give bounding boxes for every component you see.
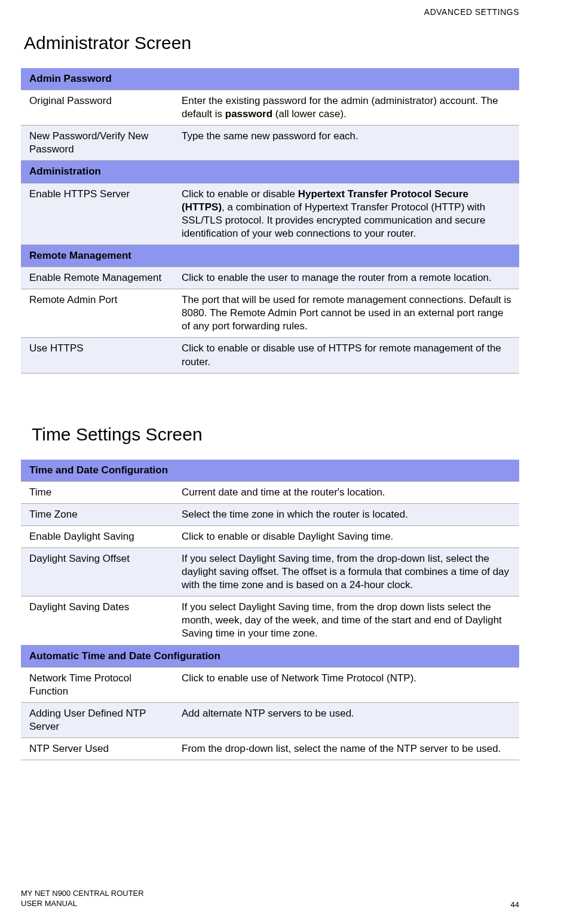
footer-product: MY NET N900 CENTRAL ROUTER [21, 889, 144, 899]
row-label: Use HTTPS [21, 338, 173, 373]
page-number: 44 [511, 900, 519, 909]
section-administration: Administration [21, 161, 519, 183]
text: , a combination of Hypertext Transfer Pr… [182, 201, 485, 239]
row-label: Original Password [21, 90, 173, 126]
row-label: Adding User Defined NTP Server [21, 702, 173, 738]
page-header-label: ADVANCED SETTINGS [424, 7, 519, 17]
section-time-date-config: Time and Date Configuration [21, 460, 519, 482]
table-row: Enable HTTPS Server Click to enable or d… [21, 183, 519, 244]
page-content: Administrator Screen Admin Password Orig… [0, 0, 561, 760]
section-label: Automatic Time and Date Configuration [21, 645, 519, 667]
table-row: Daylight Saving Dates If you select Dayl… [21, 596, 519, 645]
table-row: New Password/Verify New Password Type th… [21, 126, 519, 161]
row-label: Daylight Saving Offset [21, 547, 173, 596]
table-row: Remote Admin Port The port that will be … [21, 289, 519, 338]
row-label: Network Time Protocol Function [21, 667, 173, 702]
row-label: Daylight Saving Dates [21, 596, 173, 645]
section-label: Remote Management [21, 244, 519, 267]
table-row: NTP Server Used From the drop-down list,… [21, 738, 519, 760]
table-row: Use HTTPS Click to enable or disable use… [21, 338, 519, 373]
heading-time-settings: Time Settings Screen [32, 424, 519, 445]
row-desc: If you select Daylight Saving time, from… [173, 596, 519, 645]
footer-left: MY NET N900 CENTRAL ROUTER USER MANUAL [21, 889, 144, 909]
row-label: Time Zone [21, 503, 173, 525]
table-row: Enable Daylight Saving Click to enable o… [21, 525, 519, 547]
section-remote-management: Remote Management [21, 244, 519, 267]
row-label: Enable Daylight Saving [21, 525, 173, 547]
text: (all lower case). [272, 108, 347, 120]
text: Click to enable or disable [182, 188, 298, 200]
section-admin-password: Admin Password [21, 68, 519, 90]
row-label: New Password/Verify New Password [21, 126, 173, 161]
row-label: Time [21, 481, 173, 503]
row-label: Remote Admin Port [21, 289, 173, 338]
row-desc: Enter the existing password for the admi… [173, 90, 519, 126]
time-table: Time and Date Configuration Time Current… [21, 460, 519, 761]
row-desc: Select the time zone in which the router… [173, 503, 519, 525]
row-label: NTP Server Used [21, 738, 173, 760]
section-auto-time-date: Automatic Time and Date Configuration [21, 645, 519, 667]
section-label: Time and Date Configuration [21, 460, 519, 482]
table-row: Time Current date and time at the router… [21, 481, 519, 503]
row-desc: Click to enable or disable Daylight Savi… [173, 525, 519, 547]
row-desc: Click to enable or disable use of HTTPS … [173, 338, 519, 373]
row-desc: If you select Daylight Saving time, from… [173, 547, 519, 596]
row-desc: The port that will be used for remote ma… [173, 289, 519, 338]
row-desc: Current date and time at the router's lo… [173, 481, 519, 503]
row-desc: Click to enable the user to manage the r… [173, 267, 519, 289]
row-label: Enable Remote Management [21, 267, 173, 289]
section-label: Administration [21, 161, 519, 183]
table-row: Adding User Defined NTP Server Add alter… [21, 702, 519, 738]
section-label: Admin Password [21, 68, 519, 90]
row-label: Enable HTTPS Server [21, 183, 173, 244]
row-desc: Add alternate NTP servers to be used. [173, 702, 519, 738]
heading-administrator: Administrator Screen [24, 33, 519, 53]
row-desc: Click to enable or disable Hypertext Tra… [173, 183, 519, 244]
admin-table: Admin Password Original Password Enter t… [21, 68, 519, 374]
table-row: Time Zone Select the time zone in which … [21, 503, 519, 525]
row-desc: Type the same new password for each. [173, 126, 519, 161]
row-desc: Click to enable use of Network Time Prot… [173, 667, 519, 702]
table-row: Daylight Saving Offset If you select Day… [21, 547, 519, 596]
footer: MY NET N900 CENTRAL ROUTER USER MANUAL 4… [21, 889, 519, 909]
bold-text: password [225, 108, 272, 120]
table-row: Network Time Protocol Function Click to … [21, 667, 519, 702]
table-row: Original Password Enter the existing pas… [21, 90, 519, 126]
footer-doc-title: USER MANUAL [21, 899, 144, 909]
table-row: Enable Remote Management Click to enable… [21, 267, 519, 289]
row-desc: From the drop-down list, select the name… [173, 738, 519, 760]
